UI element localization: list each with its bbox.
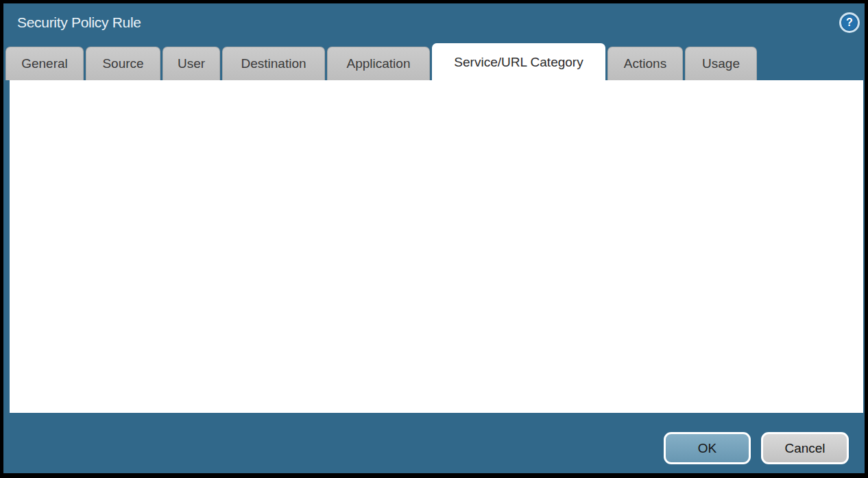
tab-content-area — [10, 80, 863, 413]
cancel-button[interactable]: Cancel — [761, 432, 849, 464]
help-icon[interactable]: ? — [839, 12, 860, 33]
tab-service-url-category[interactable]: Service/URL Category — [432, 43, 605, 80]
tab-general[interactable]: General — [5, 47, 84, 80]
dialog-background: Security Policy Rule ? General Source Us… — [3, 3, 865, 473]
dialog-title: Security Policy Rule — [17, 14, 141, 31]
help-question-glyph: ? — [846, 16, 853, 29]
tab-actions[interactable]: Actions — [607, 47, 683, 80]
security-policy-rule-dialog: Security Policy Rule ? General Source Us… — [0, 0, 868, 478]
tab-bar: General Source User Destination Applicat… — [5, 43, 759, 80]
tab-usage[interactable]: Usage — [685, 47, 757, 80]
ok-button[interactable]: OK — [664, 432, 751, 464]
tab-user[interactable]: User — [162, 47, 220, 80]
tab-source[interactable]: Source — [86, 47, 160, 80]
tab-application[interactable]: Application — [327, 47, 430, 80]
tab-destination[interactable]: Destination — [222, 47, 325, 80]
